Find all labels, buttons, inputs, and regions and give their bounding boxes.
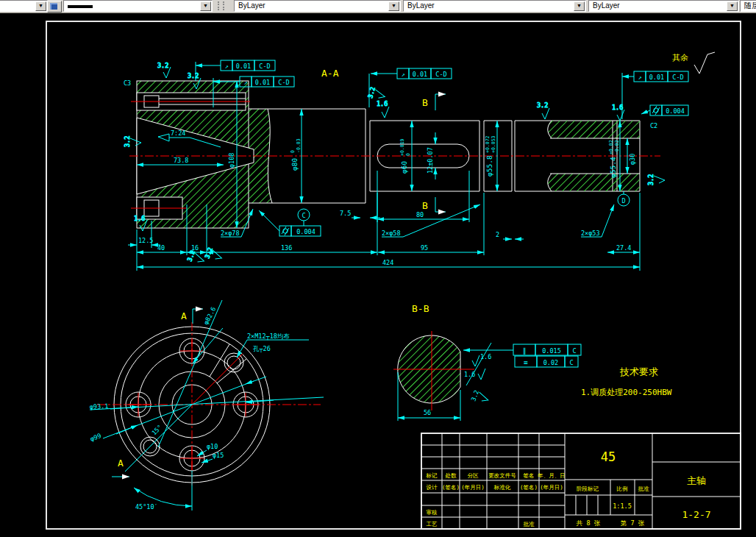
- svg-text:3.2: 3.2: [537, 102, 548, 109]
- chevron-down-icon[interactable]: ▼: [574, 1, 585, 11]
- svg-text:更改文件号: 更改文件号: [488, 472, 516, 479]
- chevron-down-icon[interactable]: ▼: [388, 1, 399, 11]
- svg-text:2×φ78: 2×φ78: [221, 230, 240, 237]
- main-section-view: [129, 81, 660, 228]
- svg-text:比例: 比例: [617, 486, 628, 492]
- runout-frame-1: ↗ 0.01 C-D: [196, 60, 275, 81]
- color-picker-button[interactable]: [47, 1, 62, 13]
- sheet-count: 共 8 张: [576, 519, 601, 527]
- svg-text:φ93.1: φ93.1: [90, 402, 109, 410]
- svg-text:C: C: [572, 347, 576, 355]
- svg-text:424: 424: [382, 259, 393, 266]
- svg-text:(签名): (签名): [520, 484, 538, 491]
- svg-text:φ55.8: φ55.8: [485, 155, 493, 177]
- symmetry-frame: ≡ 0.02 C: [515, 356, 578, 367]
- bb-section-view: B-B 56 1.6 1.6 3.2 ∥ 0.015 C ≡ 0.02 C: [393, 303, 581, 421]
- layer-combo-partial[interactable]: ▼: [0, 0, 48, 12]
- material-grade: 45: [601, 449, 616, 464]
- section-label-bb: B-B: [412, 303, 429, 314]
- svg-text:批准: 批准: [524, 521, 535, 527]
- chevron-down-icon[interactable]: ▼: [200, 1, 211, 11]
- toolbar-grip[interactable]: [223, 1, 226, 10]
- chevron-down-icon[interactable]: ▼: [727, 1, 738, 11]
- svg-text:+0.053: +0.053: [491, 135, 496, 153]
- section-marker-a-top: A: [181, 310, 187, 321]
- svg-text:-0.03: -0.03: [296, 138, 302, 153]
- svg-text:∥: ∥: [523, 346, 527, 355]
- cylindricity-frame-bottom: 0.004 C: [259, 209, 321, 236]
- svg-text:0.004: 0.004: [296, 228, 315, 235]
- svg-text:0.02: 0.02: [543, 359, 558, 366]
- svg-text:≡: ≡: [524, 358, 528, 366]
- color-combo[interactable]: ▼: [63, 0, 213, 12]
- svg-text:(签名): (签名): [442, 484, 460, 491]
- svg-text:1.6: 1.6: [480, 353, 491, 360]
- svg-text:40: 40: [157, 244, 165, 252]
- svg-text:0.01: 0.01: [236, 63, 251, 70]
- svg-text:φ80: φ80: [290, 158, 299, 171]
- tech-req-item: 1.调质处理200-250HBW: [581, 388, 672, 397]
- combo-partial-right[interactable]: 随层: [740, 0, 756, 12]
- section-marker-b-top: B: [422, 94, 446, 110]
- cylindricity-frame-right: 0.004: [641, 105, 688, 115]
- svg-text:73.8: 73.8: [174, 157, 188, 164]
- svg-text:φ55.4: φ55.4: [609, 157, 617, 178]
- svg-text:1.6: 1.6: [464, 371, 475, 378]
- svg-text:80: 80: [416, 211, 424, 218]
- svg-text:0.01: 0.01: [649, 74, 664, 81]
- svg-text:(年月日): (年月日): [540, 484, 563, 491]
- toolbar-grip[interactable]: [218, 1, 221, 10]
- svg-text:27.4: 27.4: [616, 244, 631, 252]
- svg-text:3.2: 3.2: [124, 136, 131, 147]
- svg-text:+0.02: +0.02: [608, 140, 614, 154]
- svg-text:D: D: [621, 197, 625, 205]
- svg-text:+0.072: +0.072: [485, 135, 491, 153]
- plotstyle-value: ByLayer: [593, 1, 620, 10]
- parallelism-frame: ∥ 0.015 C: [513, 344, 581, 355]
- svg-text:签名: 签名: [524, 472, 535, 479]
- svg-text:1.6: 1.6: [612, 104, 623, 111]
- svg-text:↗: ↗: [638, 74, 641, 81]
- svg-text:处数: 处数: [445, 472, 457, 479]
- plotstyle-combo[interactable]: ByLayer▼: [588, 0, 739, 12]
- svg-text:0.015: 0.015: [542, 347, 561, 355]
- cad-drawing-canvas[interactable]: A-A C3 C2 7:24 B B ↗ 0.01 C-D: [0, 13, 756, 537]
- svg-text:0: 0: [290, 150, 296, 153]
- application-window: ▼ ▼ ByLayer▼ ByLayer▼ ByLayer▼ 随层: [0, 0, 756, 537]
- svg-text:标记: 标记: [426, 472, 438, 479]
- svg-text:其余: 其余: [672, 53, 688, 63]
- svg-text:3.2: 3.2: [188, 72, 199, 79]
- svg-text:+0.019: +0.019: [399, 138, 405, 156]
- roughness-check-icon: [694, 54, 707, 74]
- svg-text:0.01: 0.01: [255, 79, 270, 86]
- svg-text:φ15: φ15: [213, 452, 224, 459]
- svg-text:↗: ↗: [401, 71, 404, 78]
- dim-phi55-8: φ55.8 +0.072 +0.053: [485, 135, 496, 177]
- svg-text:↗: ↗: [224, 63, 228, 70]
- dim-phi55-4: φ55.4 +0.02 -0.02: [608, 140, 620, 178]
- dim-phi80: φ80 0 -0.03: [290, 138, 302, 171]
- svg-text:3.2: 3.2: [157, 62, 168, 69]
- svg-text:2×φ53: 2×φ53: [581, 230, 600, 237]
- properties-toolbar: ▼ ▼ ByLayer▼ ByLayer▼ ByLayer▼ 随层: [0, 0, 756, 13]
- chevron-down-icon[interactable]: ▼: [35, 1, 46, 11]
- svg-text:φ30: φ30: [629, 154, 636, 165]
- svg-text:3.2: 3.2: [366, 86, 377, 99]
- svg-text:C: C: [569, 359, 573, 366]
- svg-text:7:24: 7:24: [171, 129, 185, 137]
- svg-text:B: B: [422, 200, 428, 211]
- svg-text:φ108: φ108: [228, 153, 235, 168]
- svg-text:↗: ↗: [243, 79, 247, 86]
- datum-circle-d: D: [618, 191, 630, 206]
- lineweight-combo[interactable]: ByLayer▼: [403, 0, 586, 12]
- svg-text:12.5: 12.5: [138, 237, 153, 244]
- svg-text:0: 0: [405, 153, 411, 156]
- svg-text:审核: 审核: [427, 509, 438, 516]
- svg-text:φ60: φ60: [400, 161, 408, 174]
- linetype-combo[interactable]: ByLayer▼: [234, 0, 401, 12]
- svg-text:批准: 批准: [638, 486, 650, 492]
- svg-text:3.2: 3.2: [203, 246, 214, 260]
- svg-text:0.01: 0.01: [413, 71, 427, 78]
- m12-note-line2: 孔┬26: [253, 345, 271, 353]
- svg-text:2×φ58: 2×φ58: [382, 230, 401, 237]
